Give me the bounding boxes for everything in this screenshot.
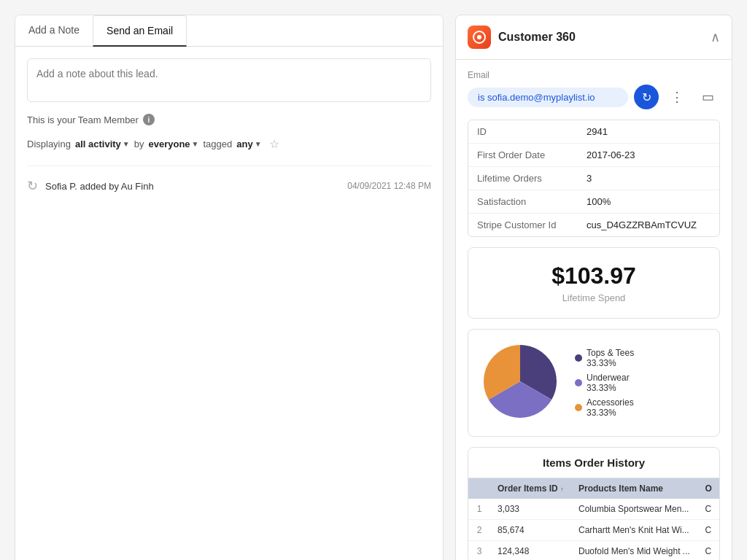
row3-id: 124,348	[490, 541, 571, 561]
activity-timestamp: 04/09/2021 12:48 PM	[347, 181, 431, 191]
activity-filter: Displaying all activity ▼ by everyone ▼ …	[27, 137, 431, 151]
left-content: This is your Team Member i Displaying al…	[15, 47, 443, 206]
email-row: is sofia.demo@myplaylist.io ↻ ⋮ ▭	[468, 85, 720, 109]
more-options-button[interactable]: ⋮	[665, 85, 689, 109]
right-body: Email is sofia.demo@myplaylist.io ↻ ⋮ ▭ …	[456, 60, 732, 560]
table-row: 3 124,348 Duofold Men's Mid Weight ... C	[468, 541, 719, 561]
info-table: ID 2941 First Order Date 2017-06-23 Life…	[468, 120, 720, 237]
legend-label-tops: Tops & Tees 33.33%	[587, 348, 634, 368]
everyone-label: everyone	[149, 139, 190, 149]
email-chip: is sofia.demo@myplaylist.io	[468, 88, 628, 107]
legend-dot-underwear	[575, 379, 582, 386]
legend-dot-accessories	[575, 404, 582, 411]
legend-item-accessories: Accessories 33.33%	[575, 397, 634, 418]
legend-item-tops: Tops & Tees 33.33%	[575, 348, 634, 368]
star-icon[interactable]: ☆	[269, 137, 279, 151]
left-panel: Add a Note Send an Email This is your Te…	[15, 15, 444, 560]
row3-num: 3	[468, 541, 490, 561]
tab-add-note[interactable]: Add a Note	[15, 15, 93, 47]
table-row: 1 3,033 Columbia Sportswear Men... C	[468, 499, 719, 520]
table-col-num	[468, 478, 490, 499]
row1-num: 1	[468, 499, 490, 520]
sort-icon-order-id[interactable]: ↑	[560, 486, 564, 493]
row3-name: Duofold Men's Mid Weight ...	[571, 541, 698, 561]
activity-left: ↻ Sofia P. added by Au Finh	[27, 178, 154, 194]
chevron-up-icon[interactable]: ∧	[711, 29, 720, 45]
refresh-button[interactable]: ↻	[634, 85, 659, 109]
info-val-lifetime-orders: 3	[587, 173, 592, 184]
row2-id: 85,674	[490, 520, 571, 541]
displaying-label: Displaying	[27, 139, 71, 149]
order-table: Order Items ID ↑ Products Item Name O 1 …	[468, 478, 719, 560]
info-row-stripe-id: Stripe Customer Id cus_D4GZZRBAmTCVUZ	[468, 214, 719, 236]
info-row-first-order: First Order Date 2017-06-23	[468, 144, 719, 167]
folder-button[interactable]: ▭	[695, 85, 720, 109]
any-label: any	[236, 139, 252, 149]
tagged-label: tagged	[204, 139, 233, 149]
row2-o: C	[698, 520, 719, 541]
row3-o: C	[698, 541, 719, 561]
info-icon[interactable]: i	[143, 114, 155, 125]
team-member-row: This is your Team Member i	[27, 114, 431, 125]
table-col-product-name: Products Item Name	[571, 478, 698, 499]
svg-point-1	[477, 35, 481, 39]
info-key-stripe-id: Stripe Customer Id	[477, 219, 587, 230]
chart-legend: Tops & Tees 33.33% Underwear 33.33%	[575, 348, 634, 418]
spend-label: Lifetime Spend	[483, 292, 705, 303]
tabs-container: Add a Note Send an Email	[15, 15, 443, 47]
info-val-satisfaction: 100%	[587, 196, 611, 207]
info-val-first-order: 2017-06-23	[587, 149, 635, 160]
all-activity-dropdown[interactable]: all activity ▼	[75, 139, 130, 149]
right-header: Customer 360 ∧	[456, 15, 732, 60]
info-row-lifetime-orders: Lifetime Orders 3	[468, 167, 719, 190]
info-key-id: ID	[477, 126, 587, 137]
everyone-dropdown[interactable]: everyone ▼	[149, 139, 199, 149]
row1-id: 3,033	[490, 499, 571, 520]
order-history-title: Items Order History	[468, 448, 719, 478]
everyone-arrow: ▼	[192, 140, 199, 148]
info-key-satisfaction: Satisfaction	[477, 196, 587, 207]
brand-icon	[468, 26, 491, 49]
row2-name: Carhartt Men's Knit Hat Wi...	[571, 520, 698, 541]
table-col-order-id: Order Items ID ↑	[490, 478, 571, 499]
spend-amount: $103.97	[483, 262, 705, 289]
activity-refresh-icon: ↻	[27, 178, 38, 194]
legend-label-underwear: Underwear 33.33%	[587, 373, 630, 393]
all-activity-arrow: ▼	[123, 140, 130, 148]
row1-name: Columbia Sportswear Men...	[571, 499, 698, 520]
by-label: by	[134, 139, 144, 149]
legend-dot-tops	[575, 354, 582, 362]
info-row-satisfaction: Satisfaction 100%	[468, 190, 719, 214]
right-header-left: Customer 360	[468, 26, 576, 49]
email-label: Email	[468, 70, 720, 80]
row2-num: 2	[468, 520, 490, 541]
right-panel: Customer 360 ∧ Email is sofia.demo@mypla…	[455, 15, 732, 560]
info-row-id: ID 2941	[468, 120, 719, 144]
all-activity-label: all activity	[75, 139, 121, 149]
tab-send-email[interactable]: Send an Email	[93, 15, 187, 47]
info-key-first-order: First Order Date	[477, 149, 587, 160]
spend-card: $103.97 Lifetime Spend	[468, 247, 720, 319]
note-textarea[interactable]	[27, 58, 431, 102]
activity-text: Sofia P. added by Au Finh	[45, 181, 154, 192]
legend-label-accessories: Accessories 33.33%	[587, 397, 634, 418]
legend-item-underwear: Underwear 33.33%	[575, 373, 634, 393]
any-arrow: ▼	[255, 140, 262, 148]
activity-entry: ↻ Sofia P. added by Au Finh 04/09/2021 1…	[27, 166, 431, 194]
info-key-lifetime-orders: Lifetime Orders	[477, 173, 587, 184]
table-header-row: Order Items ID ↑ Products Item Name O	[468, 478, 719, 499]
info-val-id: 2941	[587, 126, 608, 137]
order-history-card: Items Order History Order Items ID ↑ Pro…	[468, 447, 720, 560]
table-row: 2 85,674 Carhartt Men's Knit Hat Wi... C	[468, 520, 719, 541]
chart-card: Tops & Tees 33.33% Underwear 33.33%	[468, 329, 720, 437]
row1-o: C	[698, 499, 719, 520]
info-val-stripe-id: cus_D4GZZRBAmTCVUZ	[587, 219, 697, 230]
team-member-text: This is your Team Member	[27, 114, 139, 125]
right-panel-title: Customer 360	[498, 31, 576, 44]
email-section: Email is sofia.demo@myplaylist.io ↻ ⋮ ▭	[468, 70, 720, 109]
pie-chart	[480, 341, 560, 424]
any-dropdown[interactable]: any ▼	[236, 139, 261, 149]
table-col-o: O	[698, 478, 719, 499]
